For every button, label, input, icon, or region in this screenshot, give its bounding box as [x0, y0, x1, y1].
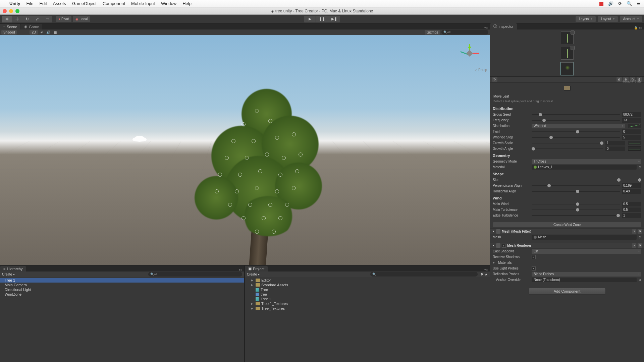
account-dropdown[interactable]: Account	[620, 16, 642, 22]
horiz-align-slider[interactable]	[532, 191, 620, 192]
tab-game[interactable]: ◉Game	[21, 24, 42, 29]
leaf-node-gizmo[interactable]	[241, 216, 246, 220]
leaf-node-gizmo[interactable]	[241, 122, 246, 126]
cast-shadows-dropdown[interactable]: On	[532, 249, 641, 254]
fold-icon[interactable]: ▶	[493, 261, 496, 264]
horiz-align-field[interactable]	[622, 189, 641, 194]
leaf-node-gizmo[interactable]	[252, 139, 256, 143]
gizmos-dropdown[interactable]: Gizmos	[425, 30, 440, 35]
layout-dropdown[interactable]: Layout	[598, 16, 618, 22]
project-options-icon[interactable]: ▾≡	[484, 268, 488, 272]
leaf-node-gizmo[interactable]	[255, 186, 259, 190]
orientation-gizmo[interactable]	[456, 40, 483, 67]
audio-toggle-icon[interactable]: 🔊	[45, 30, 51, 35]
leaf-node-gizmo[interactable]	[278, 173, 282, 177]
twirl-slider[interactable]	[532, 131, 620, 132]
help-icon[interactable]: ?	[632, 229, 636, 234]
add-badge-icon[interactable]	[571, 46, 575, 50]
leaf-node-gizmo[interactable]	[285, 203, 289, 207]
project-search-input[interactable]: 🔍	[370, 272, 478, 277]
local-toggle[interactable]: ◉Local	[73, 16, 90, 22]
leaf-node-gizmo[interactable]	[235, 189, 239, 193]
leaf-node-gizmo[interactable]	[245, 156, 249, 160]
menu-file[interactable]: File	[26, 1, 34, 6]
leaf-group-thumb[interactable]	[561, 62, 574, 75]
frequency-slider[interactable]	[532, 120, 620, 121]
hierarchy-item[interactable]: Main Camera	[0, 283, 244, 287]
tab-inspector[interactable]: ⓘInspector	[490, 23, 517, 29]
menu-extras-icon[interactable]: ☰	[637, 1, 641, 6]
leaf-color-swatch[interactable]	[564, 86, 571, 90]
main-turb-slider[interactable]	[532, 209, 620, 210]
perp-align-field[interactable]	[622, 183, 641, 188]
mesh-renderer-header[interactable]: ▼ ✓ Mesh Renderer ? ⚙	[490, 243, 644, 248]
main-turb-field[interactable]	[622, 207, 641, 212]
app-menu[interactable]: Unity	[9, 1, 20, 6]
menu-assets[interactable]: Assets	[53, 1, 66, 6]
project-item[interactable]: Tree 1	[245, 297, 490, 301]
perp-align-slider[interactable]	[532, 185, 620, 186]
menu-component[interactable]: Component	[103, 1, 125, 6]
shading-mode-dropdown[interactable]: Shaded	[1, 30, 17, 35]
project-item[interactable]: ▶Standard Assets	[245, 283, 490, 287]
fold-icon[interactable]: ▶	[251, 279, 254, 282]
object-picker-icon[interactable]: ⊙	[639, 166, 641, 169]
leaf-node-gizmo[interactable]	[228, 203, 232, 207]
edge-turb-slider[interactable]	[532, 215, 620, 216]
mesh-renderer-enable-checkbox[interactable]: ✓	[502, 244, 506, 248]
minimize-window-button[interactable]	[9, 9, 13, 13]
whorled-step-slider[interactable]	[532, 137, 620, 138]
play-button[interactable]: ▶	[304, 16, 316, 22]
receive-shadows-checkbox[interactable]: ✓	[532, 255, 536, 259]
leaf-node-gizmo[interactable]	[292, 132, 296, 136]
fx-toggle-icon[interactable]: ▦	[52, 30, 58, 35]
gear-icon[interactable]: ⚙	[638, 243, 642, 248]
leaf-node-gizmo[interactable]	[248, 203, 252, 207]
project-item[interactable]: Tree	[245, 287, 490, 292]
edge-turb-field[interactable]	[622, 213, 641, 218]
leaf-node-gizmo[interactable]	[255, 230, 259, 234]
scene-viewport[interactable]: /* placeholder for generated nodes below…	[0, 35, 490, 265]
volume-icon[interactable]: 🔊	[608, 1, 613, 6]
rect-tool-button[interactable]: ▭	[42, 16, 52, 22]
whorled-step-field[interactable]	[622, 135, 641, 140]
refresh-button[interactable]: ↻	[492, 77, 497, 82]
leaf-node-gizmo[interactable]	[292, 186, 296, 190]
mesh-filter-header[interactable]: ▼ Mesh (Mesh Filter) ? ⚙	[490, 229, 644, 234]
leaf-node-gizmo[interactable]	[272, 230, 276, 234]
material-field[interactable]: Leaves_1	[532, 165, 637, 170]
hierarchy-item[interactable]: Directional Light	[0, 287, 244, 292]
leaf-node-gizmo[interactable]	[275, 189, 279, 193]
fold-icon[interactable]: ▶	[251, 302, 254, 305]
scale-tool-button[interactable]: ⤢	[32, 16, 42, 22]
pivot-toggle[interactable]: ●Pivot	[56, 16, 71, 22]
main-wind-slider[interactable]	[532, 204, 620, 204]
search-icon[interactable]: 🔍	[627, 1, 632, 6]
pause-button[interactable]: ❚❚	[316, 16, 328, 22]
layers-dropdown[interactable]: Layers	[576, 16, 596, 22]
geometry-mode-dropdown[interactable]: TriCross	[532, 159, 641, 164]
hierarchy-search-input[interactable]: 🔍All	[148, 272, 242, 277]
add-component-button[interactable]: Add Component	[529, 288, 606, 295]
fold-icon[interactable]: ▼	[492, 230, 495, 233]
growth-angle-field[interactable]	[605, 146, 625, 151]
anchor-override-field[interactable]: None (Transform)	[532, 278, 637, 282]
branch-group-thumb[interactable]	[561, 32, 574, 44]
menu-window[interactable]: Window	[161, 1, 176, 6]
tab-hierarchy[interactable]: ≡Hierarchy	[0, 266, 26, 272]
zoom-window-button[interactable]	[15, 9, 19, 13]
create-wind-zone-button[interactable]: Create Wind Zone	[493, 222, 641, 227]
project-filter-icon[interactable]: ⚑	[481, 273, 484, 276]
branch-group-thumb[interactable]	[561, 47, 574, 60]
leaf-node-gizmo[interactable]	[295, 169, 299, 173]
leaf-node-gizmo[interactable]	[262, 216, 266, 220]
menu-edit[interactable]: Edit	[39, 1, 47, 6]
menu-help[interactable]: Help	[182, 1, 192, 6]
growth-scale-field[interactable]	[605, 141, 625, 145]
project-item[interactable]: tree	[245, 292, 490, 297]
leaf-node-gizmo[interactable]	[282, 156, 286, 160]
group-seed-field[interactable]	[622, 112, 641, 117]
leaf-node-gizmo[interactable]	[225, 156, 229, 160]
help-icon[interactable]: ?	[632, 243, 636, 248]
projection-label[interactable]: ◁Persp	[475, 68, 487, 72]
